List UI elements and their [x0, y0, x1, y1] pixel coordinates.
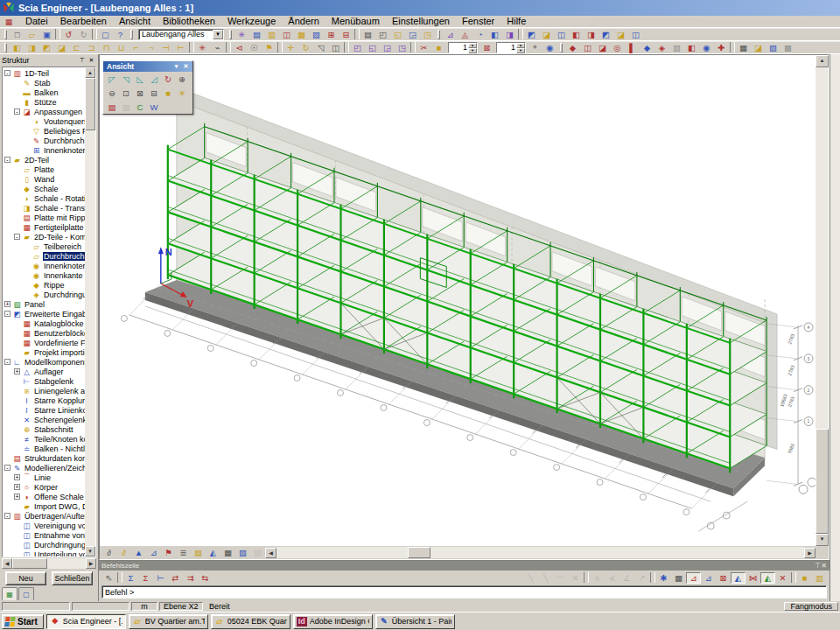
filter-text-icon[interactable]: ◆: [640, 42, 654, 53]
scroll-right-icon[interactable]: ▶: [86, 558, 96, 569]
render2-icon[interactable]: ▨: [235, 547, 250, 558]
vertex-icon[interactable]: ∧: [590, 572, 605, 584]
paste1-icon[interactable]: ◰: [350, 42, 365, 53]
snap-table-icon[interactable]: ▥: [812, 572, 827, 584]
scrollbar-thumb[interactable]: [12, 558, 47, 569]
scroll-left-icon[interactable]: ◀: [265, 548, 276, 558]
tree-item[interactable]: ▱ Teilbereich: [3, 242, 85, 251]
tree-item[interactable]: I Starre Kopplunge: [3, 396, 85, 405]
tree-item[interactable]: - ▥ 1D-Teil: [3, 68, 85, 78]
model-3d-view[interactable]: 2783 2783 2783 7083 10583 4 3: [100, 55, 816, 546]
tree-item[interactable]: ≋ Liniengelenk auf: [3, 386, 85, 396]
frame7-icon[interactable]: ◪: [613, 29, 628, 40]
copy-node-icon[interactable]: ◧: [10, 42, 24, 53]
snap-end-icon[interactable]: ⊿: [686, 572, 701, 584]
tree-item[interactable]: ▤ Platte mit Rippen: [3, 213, 85, 222]
tree-item[interactable]: - ∟ Modellkomponenter: [3, 357, 85, 367]
snap-near-icon[interactable]: ⋈: [746, 572, 760, 584]
layers-icon[interactable]: ▥: [264, 29, 279, 40]
tree-item[interactable]: - ▰ 2D-Teil: [3, 155, 85, 164]
schliessen-button[interactable]: Schließen: [52, 571, 93, 585]
menu-item[interactable]: Bibliotheken: [157, 16, 221, 27]
tree-expander[interactable]: +: [14, 484, 20, 490]
paste4-icon[interactable]: ◳: [395, 42, 410, 53]
tree-item[interactable]: ≐ Balken - Nichtline: [3, 444, 85, 453]
perspective2-icon[interactable]: ∂: [116, 547, 131, 558]
toolbar-grip[interactable]: [438, 30, 440, 39]
offset-icon[interactable]: ⊣: [158, 42, 173, 53]
tree-item[interactable]: - ✎ Modellieren/Zeichne: [3, 463, 85, 472]
shade-icon[interactable]: ◪: [751, 42, 766, 53]
frame4-icon[interactable]: ◧: [569, 29, 584, 40]
fillet-icon[interactable]: ⌐: [129, 42, 144, 53]
user-icon[interactable]: ☉: [247, 42, 262, 53]
tree-item[interactable]: + ⌒ Linie: [3, 472, 85, 482]
flag-icon[interactable]: ⚑: [262, 42, 276, 53]
view-settings-icon[interactable]: ■: [161, 87, 175, 99]
toolbar-icon[interactable]: [226, 42, 231, 52]
notes-icon[interactable]: ◳: [420, 29, 435, 40]
tree-item[interactable]: ▦ Fertigteilplatte: [3, 222, 85, 232]
tree-item[interactable]: ◫ Entnahme von Ko: [3, 530, 85, 540]
snap-perp-icon[interactable]: ⊠: [716, 572, 731, 584]
tree-item[interactable]: ▯ Wand: [3, 174, 85, 184]
close-icon[interactable]: ✕: [821, 562, 827, 570]
toolbar-icon[interactable]: [410, 42, 416, 52]
mountain-icon[interactable]: ◭: [206, 547, 220, 558]
filter-node-icon[interactable]: ◆: [565, 42, 580, 53]
close-icon[interactable]: ✕: [181, 63, 191, 70]
print-view-icon[interactable]: ▤: [105, 101, 119, 113]
command-icon[interactable]: [117, 572, 122, 583]
snap-icon[interactable]: [584, 572, 589, 583]
layer-lock-icon[interactable]: ⊠: [480, 42, 494, 53]
tree-item[interactable]: + △ Auflager: [3, 367, 85, 376]
view-front-icon[interactable]: ◹: [119, 73, 133, 85]
filter-grid-icon[interactable]: ▨: [669, 42, 684, 53]
toolbar-icon[interactable]: [92, 29, 97, 39]
canvas-vertical-scrollbar[interactable]: ▲ ▼: [816, 55, 829, 546]
wire-icon[interactable]: ▧: [766, 42, 780, 53]
view-axo-icon[interactable]: ◿: [147, 73, 161, 85]
tree-item[interactable]: ▦ Vordefinierte For: [3, 338, 85, 347]
menu-item[interactable]: Datei: [19, 16, 54, 27]
tree-expander[interactable]: -: [4, 359, 10, 365]
ucs2-icon[interactable]: ◉: [542, 42, 557, 53]
tangent-entry-icon[interactable]: ⊀: [605, 572, 620, 584]
tree-item[interactable]: ⊕ Stabschnitt: [3, 424, 85, 434]
tree-item[interactable]: + ◗ Offene Schale: [3, 492, 85, 501]
off-icon[interactable]: ▧: [250, 547, 265, 558]
view-side-icon[interactable]: ◺: [133, 73, 147, 85]
list-icon[interactable]: ≣: [176, 547, 191, 558]
palette-header[interactable]: Ansicht ▾ ✕: [103, 61, 192, 72]
dock-icon[interactable]: ⌁: [210, 42, 225, 53]
copy-multi-icon[interactable]: ◫: [328, 42, 343, 53]
tree-item[interactable]: ◫ Vereinigung von: [3, 521, 85, 530]
tree-expander[interactable]: -: [14, 108, 20, 115]
tree-item[interactable]: ◨ Schale - Translat: [3, 203, 85, 213]
sum-small-icon[interactable]: Σ: [138, 572, 153, 584]
taskbar-task[interactable]: ▱ BV Quartier am.Tu...: [129, 614, 208, 629]
zoom-selection-icon[interactable]: ⊟: [147, 87, 161, 99]
paste2-icon[interactable]: ◱: [365, 42, 380, 53]
preview-icon[interactable]: ◰: [375, 29, 390, 40]
scroll-up-icon[interactable]: ▲: [85, 67, 95, 78]
scrollbar-thumb[interactable]: [408, 547, 430, 558]
tree-item[interactable]: ▤ Strukturdaten kontrol: [3, 453, 85, 463]
plan-icon[interactable]: ◨: [502, 29, 517, 40]
hidden-line-icon[interactable]: ▩: [780, 42, 795, 53]
close-icon[interactable]: ✕: [87, 56, 96, 65]
rotate-view-icon[interactable]: ↻: [161, 73, 175, 85]
snap-tangent-icon[interactable]: ◭: [731, 572, 746, 584]
tree-item[interactable]: ▰ Import DWG, DXF: [3, 501, 85, 511]
mirror-icon[interactable]: ◹: [313, 42, 328, 53]
command-input[interactable]: [102, 585, 827, 598]
tree-item[interactable]: ▱ Durchbruch: [3, 251, 85, 261]
tree-item[interactable]: - ◩ Erweiterte Eingabe: [3, 309, 85, 318]
activity-icon[interactable]: ◫: [279, 29, 294, 40]
paste3-icon[interactable]: ◲: [380, 42, 395, 53]
snap-point-icon[interactable]: ✱: [656, 572, 671, 584]
rotate-icon[interactable]: ↻: [298, 42, 313, 53]
tree-item[interactable]: ✎ Durchbruch: [3, 136, 85, 145]
folder2-icon[interactable]: ■: [431, 42, 446, 53]
menu-item[interactable]: Bearbeiten: [54, 16, 113, 27]
